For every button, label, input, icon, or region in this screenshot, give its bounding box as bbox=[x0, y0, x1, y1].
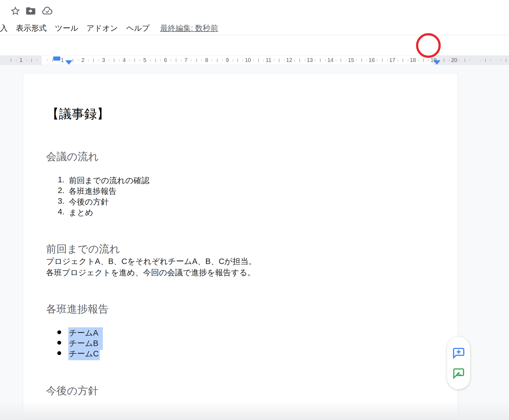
team-list-item: チームA bbox=[23, 327, 458, 338]
team-bullet-list: チームA チームB チームC bbox=[23, 327, 458, 359]
document-title: 【議事録】 bbox=[46, 106, 109, 123]
ruler-tick bbox=[320, 59, 321, 62]
ruler-tick bbox=[480, 59, 480, 61]
star-icon[interactable] bbox=[10, 5, 21, 16]
ruler-tick bbox=[78, 59, 78, 61]
ruler-tick bbox=[356, 59, 357, 61]
ruler-tick bbox=[485, 59, 486, 62]
ruler-tick bbox=[444, 59, 444, 62]
ruler-tick bbox=[263, 59, 264, 61]
list-item-text: 前回までの流れの確認 bbox=[69, 175, 149, 186]
ruler-tick bbox=[341, 59, 341, 62]
ruler-number: 12 bbox=[286, 57, 292, 63]
ruler-tick bbox=[274, 59, 274, 61]
menu-item[interactable]: ツール bbox=[55, 23, 78, 33]
team-list-item: チームB bbox=[23, 338, 458, 348]
ruler-tick bbox=[93, 59, 94, 62]
ruler-tick bbox=[325, 59, 326, 61]
heading-next: 今後の方針 bbox=[46, 384, 98, 398]
list-number: 3. bbox=[46, 197, 64, 206]
ruler-tick bbox=[284, 59, 285, 61]
menu-item[interactable]: 入 bbox=[0, 23, 8, 33]
ruler-tick bbox=[377, 59, 377, 61]
ruler-tick bbox=[119, 59, 120, 61]
ruler-tick bbox=[114, 59, 114, 62]
ruler-tick bbox=[16, 59, 16, 61]
list-number: 4. bbox=[46, 207, 64, 216]
paragraph-line: 各班プロジェクトを進め、今回の会議で進捗を報告する。 bbox=[46, 267, 256, 278]
list-item-text: まとめ bbox=[69, 207, 93, 218]
agenda-list-item: 1. 前回までの流れの確認 bbox=[23, 175, 458, 186]
ruler-tick bbox=[26, 59, 27, 61]
ruler-tick bbox=[196, 59, 197, 62]
ruler-number: 3 bbox=[100, 57, 107, 63]
ruler-tick bbox=[397, 59, 398, 61]
ruler-tick bbox=[134, 59, 135, 62]
list-item-text: 各班進捗報告 bbox=[69, 186, 117, 197]
ruler-number: 18 bbox=[410, 57, 416, 63]
document-page[interactable]: 【議事録】 会議の流れ 1. 前回までの流れの確認 2. 各班進捗報告 3. 今… bbox=[23, 73, 458, 420]
ruler-tick bbox=[361, 59, 362, 62]
menu-item[interactable]: ヘルプ bbox=[126, 23, 150, 33]
heading-agenda: 会議の流れ bbox=[46, 150, 99, 164]
ruler-number: 8 bbox=[203, 57, 210, 63]
right-indent-marker[interactable] bbox=[433, 60, 440, 65]
ruler-tick bbox=[155, 59, 156, 62]
first-line-indent-marker[interactable] bbox=[53, 56, 60, 61]
ruler-tick bbox=[423, 59, 424, 62]
ruler-tick bbox=[253, 59, 254, 61]
ruler-tick bbox=[366, 59, 367, 61]
bullet-dot bbox=[57, 330, 61, 334]
agenda-list-item: 4. まとめ bbox=[23, 207, 458, 218]
menu-item[interactable]: アドオン bbox=[86, 23, 118, 33]
ruler-tick bbox=[299, 59, 300, 62]
ruler-tick bbox=[52, 59, 53, 62]
agenda-list-item: 3. 今後の方針 bbox=[23, 197, 458, 207]
left-indent-marker[interactable] bbox=[65, 60, 72, 65]
ruler-tick bbox=[500, 59, 501, 61]
list-number: 1. bbox=[46, 175, 64, 184]
ruler-tick bbox=[191, 59, 192, 61]
ruler-tick bbox=[449, 59, 449, 61]
ruler-tick bbox=[222, 59, 223, 61]
ruler-tick bbox=[73, 59, 73, 62]
ruler-tick bbox=[176, 59, 176, 62]
ruler-number: 10 bbox=[245, 57, 251, 63]
move-folder-icon[interactable] bbox=[25, 5, 36, 16]
document-canvas: 【議事録】 会議の流れ 1. 前回までの流れの確認 2. 各班進捗報告 3. 今… bbox=[0, 65, 509, 420]
ruler-tick bbox=[233, 59, 233, 61]
suggest-edits-fab[interactable] bbox=[452, 367, 465, 380]
bullet-dot bbox=[57, 341, 61, 345]
ruler-tick bbox=[109, 59, 109, 61]
ruler-tick bbox=[490, 59, 491, 61]
ruler-tick bbox=[98, 59, 99, 61]
menu-bar: 入表示形式ツールアドオンヘルプ 最終編集: 数秒前 bbox=[0, 21, 509, 35]
ruler-number: 6 bbox=[162, 57, 169, 63]
ruler-tick bbox=[346, 59, 346, 61]
paragraph-line: プロジェクトA、B、CをそれぞれチームA、B、Cが担当。 bbox=[46, 256, 256, 267]
annotation-red-circle bbox=[416, 33, 441, 58]
ruler-tick bbox=[305, 59, 305, 61]
google-docs-window: 入表示形式ツールアドオンヘルプ 最終編集: 数秒前 標準テキス... Arial… bbox=[0, 0, 509, 420]
ruler-tick bbox=[160, 59, 161, 61]
menu-items: 入表示形式ツールアドオンヘルプ bbox=[0, 23, 150, 33]
ruler-tick bbox=[403, 59, 403, 62]
ruler-tick bbox=[408, 59, 408, 61]
ruler-tick bbox=[237, 59, 238, 62]
list-number: 2. bbox=[46, 186, 64, 195]
ruler-tick bbox=[459, 59, 460, 61]
agenda-list: 1. 前回までの流れの確認 2. 各班進捗報告 3. 今後の方針 4. まとめ bbox=[23, 175, 458, 218]
ruler-tick bbox=[279, 59, 279, 62]
floating-action-pill bbox=[447, 337, 470, 389]
add-comment-fab[interactable] bbox=[452, 347, 465, 360]
ruler-number: 14 bbox=[327, 57, 334, 63]
ruler-number: 11 bbox=[265, 57, 272, 63]
previous-paragraph: プロジェクトA、B、CをそれぞれチームA、B、Cが担当。各班プロジェクトを進め、… bbox=[46, 256, 256, 278]
ruler-tick bbox=[243, 59, 243, 61]
ruler-number: 17 bbox=[389, 57, 395, 63]
ruler-tick bbox=[336, 59, 336, 61]
menu-item[interactable]: 表示形式 bbox=[16, 23, 47, 33]
ruler-tick bbox=[217, 59, 217, 62]
last-edited-link[interactable]: 最終編集: 数秒前 bbox=[160, 23, 218, 33]
selected-team-text[interactable]: チームC bbox=[68, 348, 100, 360]
